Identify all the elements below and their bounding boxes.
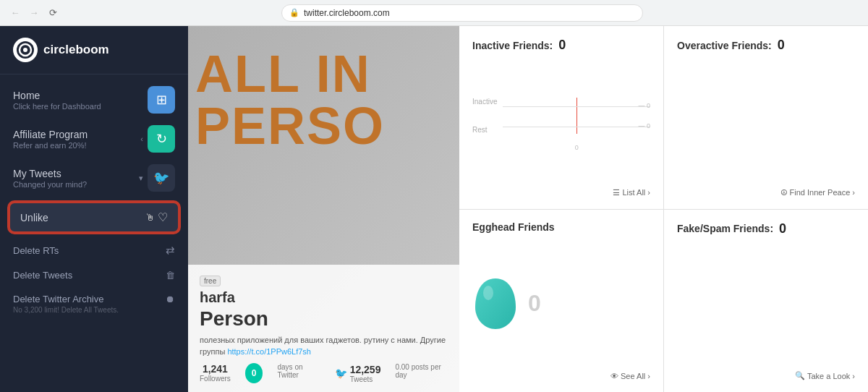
sidebar-item-delete-archive[interactable]: Delete Twitter Archive ⏺ No 3,200 limit!… (0, 287, 188, 320)
fake-spam-count: 0 (779, 221, 786, 237)
days-label: days on Twitter (277, 363, 320, 379)
archive-icon: ⏺ (166, 294, 175, 304)
lock-icon: 🔒 (289, 8, 299, 17)
inactive-friends-count: 0 (558, 38, 566, 53)
sidebar: circleboom Home Click here for Dashboard… (0, 26, 188, 392)
inactive-friends-footer: ☰ List All › (472, 188, 650, 197)
chart-rest-label: Rest (472, 126, 497, 134)
followers-label: Followers (200, 375, 231, 383)
sidebar-item-mytweets[interactable]: My Tweets Changed your mind? ▾ 🐦 (0, 158, 188, 197)
twitter-icon: 🐦 (335, 367, 347, 379)
tweets-stat: 🐦 12,259 Tweets (335, 363, 381, 383)
app-container: circleboom Home Click here for Dashboard… (0, 26, 868, 392)
sidebar-item-unlike[interactable]: Unlike 🖱 ♡ (9, 202, 179, 233)
overactive-friends-title: Overactive Friends: (677, 40, 772, 51)
followers-stat: 1,241 Followers (200, 363, 231, 383)
peace-icon: ☮ (780, 188, 788, 197)
profile-link[interactable]: https://t.co/1PPw6Lf7sh (227, 347, 311, 356)
sidebar-item-home[interactable]: Home Click here for Dashboard ⊞ (0, 80, 188, 119)
overactive-friends-count: 0 (778, 38, 785, 53)
inactive-friends-panel: Inactive Friends: 0 Inactive Rest — 0 (459, 26, 663, 209)
list-icon: ☰ (613, 188, 620, 197)
overactive-friends-header: Overactive Friends: 0 (677, 38, 855, 53)
sidebar-affiliate-title: Affiliate Program (13, 129, 88, 140)
right-panels: Inactive Friends: 0 Inactive Rest — 0 (459, 26, 868, 392)
free-badge: free (200, 276, 221, 286)
twitter-bird-icon: 🐦 (153, 170, 169, 186)
sidebar-home-subtitle: Click here for Dashboard (13, 102, 101, 111)
egghead-egg-container: 0 (472, 242, 650, 367)
sidebar-mytweets-subtitle: Changed your mind? (13, 180, 87, 189)
profile-stats: 1,241 Followers 0 days on Twitter 🐦 (200, 363, 448, 383)
see-all-link[interactable]: 👁 See All › (610, 372, 650, 380)
tweets-label: Tweets (350, 375, 381, 383)
chart-h-line-1: — 0 (503, 106, 650, 107)
fake-spam-friends-title: Fake/Spam Friends: (677, 223, 773, 234)
profile-background: ALL INPERSO free harfa Person полезных п… (188, 26, 459, 392)
egg-svg (472, 275, 519, 333)
browser-chrome: ← → ⟳ 🔒 twitter.circleboom.com (0, 0, 868, 26)
back-button[interactable]: ← (9, 7, 22, 20)
logo-text: circleboom (43, 43, 109, 57)
chart-vertical-line (576, 98, 577, 134)
address-bar[interactable]: 🔒 twitter.circleboom.com (281, 4, 643, 22)
sidebar-item-delete-tweets[interactable]: Delete Tweets 🗑 (0, 263, 188, 287)
egghead-friends-header: Egghead Friends (472, 221, 650, 233)
sidebar-item-affiliate[interactable]: Affiliate Program Refer and earn 20%! ‹ … (0, 119, 188, 158)
mouse-cursor-icon: 🖱 (145, 212, 155, 223)
chart-x-label: 0 (575, 144, 579, 151)
egghead-friends-panel: Egghead Friends (459, 210, 663, 393)
inactive-friends-title: Inactive Friends: (472, 40, 553, 51)
egghead-count: 0 (528, 290, 541, 317)
fake-spam-friends-footer: 🔍 Take a Look › (677, 371, 855, 380)
magnify-icon: 🔍 (795, 371, 805, 380)
delete-tweets-label: Delete Tweets (13, 270, 72, 281)
find-inner-peace-link[interactable]: ☮ Find Inner Peace › (780, 188, 856, 197)
sidebar-home-title: Home (13, 90, 101, 101)
forward-button[interactable]: → (27, 7, 41, 20)
affiliate-icon: ↻ (156, 131, 167, 147)
profile-overlay: free harfa Person полезных приложений дл… (188, 265, 459, 392)
mytweets-chevron: ▾ (139, 174, 143, 183)
inactive-friends-header: Inactive Friends: 0 (472, 38, 650, 53)
delete-archive-label: Delete Twitter Archive (13, 294, 103, 304)
logo-icon (13, 38, 38, 62)
fake-spam-friends-panel: Fake/Spam Friends: 0 🔍 Take a Look › (664, 210, 868, 393)
days-icon-stat: 0 (245, 363, 263, 383)
fake-spam-friends-header: Fake/Spam Friends: 0 (677, 221, 855, 237)
reload-button[interactable]: ⟳ (46, 7, 59, 20)
egghead-friends-footer: 👁 See All › (472, 372, 650, 380)
home-icon: ⊞ (156, 92, 167, 108)
profile-area: ALL INPERSO free harfa Person полезных п… (188, 26, 459, 392)
main-content: ALL INPERSO free harfa Person полезных п… (188, 26, 868, 392)
days-label-stat: days on Twitter (277, 363, 320, 383)
sidebar-mytweets-title: My Tweets (13, 168, 87, 179)
overactive-friends-panel: Overactive Friends: 0 ☮ Find Inner Peace… (664, 26, 868, 209)
unlike-heart-icon: ♡ (158, 210, 168, 224)
url-text: twitter.circleboom.com (304, 8, 390, 18)
delete-rts-label: Delete RTs (13, 245, 59, 256)
mytweets-icon-box: 🐦 (148, 164, 175, 192)
egghead-friends-title: Egghead Friends (472, 221, 555, 233)
profile-person-label: Person (200, 307, 448, 331)
sidebar-item-delete-rts[interactable]: Delete RTs ⇄ (0, 237, 188, 263)
profile-big-text: ALL INPERSO (195, 48, 385, 152)
home-icon-box: ⊞ (148, 86, 175, 114)
logo-area: circleboom (0, 26, 188, 74)
take-a-look-link[interactable]: 🔍 Take a Look › (795, 371, 855, 380)
chart-h-line-2: — 0 (503, 127, 650, 127)
svg-point-2 (23, 48, 27, 52)
affiliate-chevron: ‹ (140, 135, 143, 143)
affiliate-icon-box: ↻ (148, 125, 175, 153)
delete-archive-subtitle: No 3,200 limit! Delete All Tweets. (13, 306, 119, 314)
sidebar-affiliate-subtitle: Refer and earn 20%! (13, 141, 88, 150)
posts-per-day-stat: 0.00 posts per day (395, 363, 448, 383)
sidebar-nav: Home Click here for Dashboard ⊞ Affiliat… (0, 74, 188, 392)
svg-point-3 (483, 286, 493, 300)
profile-description: полезных приложений для ваших гаджетов. … (200, 335, 448, 357)
profile-handle: harfa (200, 289, 448, 306)
tweets-count: 12,259 (350, 364, 381, 375)
list-all-link[interactable]: ☰ List All › (613, 188, 650, 197)
followers-count: 1,241 (203, 363, 228, 375)
posts-per-day: 0.00 posts per day (395, 363, 448, 379)
